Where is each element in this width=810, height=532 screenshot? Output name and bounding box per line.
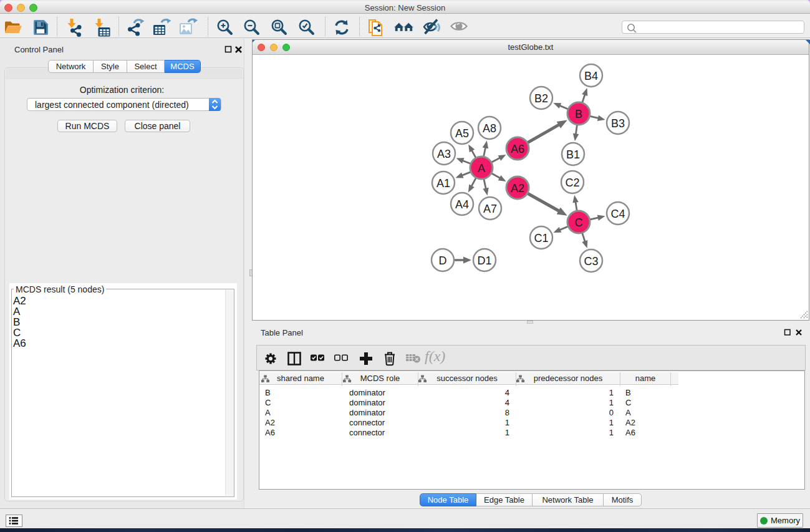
svg-text:B4: B4 bbox=[584, 70, 598, 82]
svg-text:A2: A2 bbox=[511, 182, 524, 195]
svg-text:A4: A4 bbox=[455, 198, 469, 211]
svg-text:D1: D1 bbox=[477, 254, 491, 267]
svg-text:B3: B3 bbox=[611, 117, 625, 130]
svg-text:A8: A8 bbox=[483, 122, 496, 135]
svg-text:C: C bbox=[575, 216, 583, 229]
svg-text:A3: A3 bbox=[437, 148, 451, 160]
svg-text:C4: C4 bbox=[610, 208, 625, 220]
svg-text:B: B bbox=[575, 108, 582, 120]
svg-text:A6: A6 bbox=[511, 143, 524, 155]
svg-text:A5: A5 bbox=[455, 127, 469, 140]
svg-text:C2: C2 bbox=[565, 177, 579, 189]
svg-text:A: A bbox=[478, 162, 485, 175]
svg-text:C1: C1 bbox=[534, 232, 548, 244]
svg-text:A7: A7 bbox=[483, 203, 497, 215]
svg-text:D: D bbox=[439, 254, 447, 267]
svg-text:C3: C3 bbox=[584, 255, 598, 268]
svg-text:B1: B1 bbox=[566, 148, 580, 161]
svg-text:A1: A1 bbox=[436, 177, 450, 190]
svg-text:B2: B2 bbox=[534, 92, 548, 105]
